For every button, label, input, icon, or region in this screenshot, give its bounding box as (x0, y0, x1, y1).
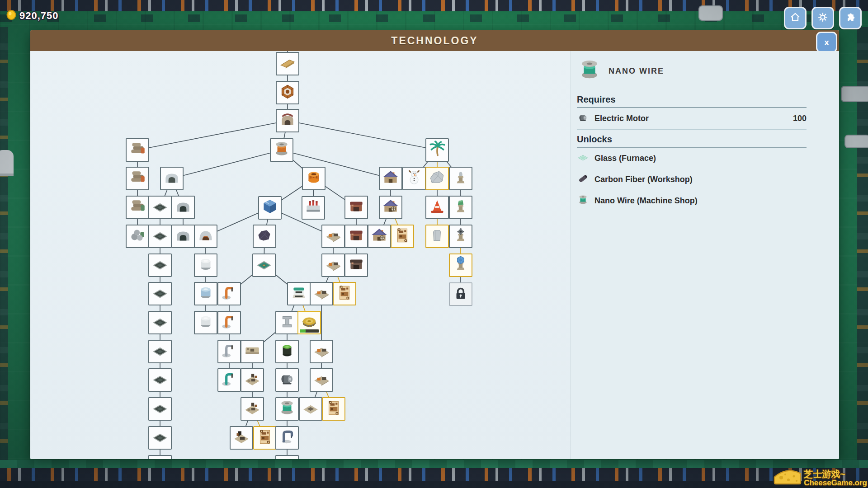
panel-sections: RequiresElectric Motor100UnlocksGlass (F… (577, 94, 839, 211)
tech-node-cyl1[interactable] (194, 253, 217, 277)
tech-node-plate4[interactable] (148, 282, 172, 305)
tech-node-snowman[interactable] (402, 167, 426, 190)
tech-node-dome[interactable] (194, 225, 217, 248)
tech-node-clip1[interactable] (148, 455, 172, 459)
tech-node-stGear[interactable] (449, 225, 472, 248)
tech-node-plM5[interactable] (310, 368, 333, 392)
tech-node-plM3[interactable] (310, 282, 333, 305)
tech-node-furnD[interactable] (344, 253, 368, 277)
home-button[interactable] (784, 7, 807, 29)
close-button[interactable]: x (816, 32, 837, 53)
coin-amount: 920,750 (19, 10, 59, 22)
tech-node-bench2[interactable] (241, 397, 264, 421)
crane_orange-icon (220, 283, 239, 304)
tech-node-clip2[interactable] (275, 455, 299, 459)
tech-node-cube[interactable] (258, 196, 282, 220)
tech-node-stD20[interactable] (449, 253, 472, 277)
logs_g-icon (128, 197, 147, 218)
nano-wire-icon (577, 57, 602, 84)
tech-node-plate8[interactable] (148, 397, 172, 421)
tech-node-wk1[interactable] (379, 167, 402, 190)
plate_dark-icon (151, 283, 170, 304)
tech-node-plate5[interactable] (148, 311, 172, 334)
tech-node-spoolT[interactable] (275, 397, 299, 421)
unlocks-row: Nano Wire (Machine Shop) (577, 190, 807, 211)
tech-node-plate7[interactable] (148, 368, 172, 392)
tech-node-circT[interactable] (252, 253, 276, 277)
settings-button[interactable] (811, 7, 834, 29)
research-progress-bar (300, 329, 319, 333)
tech-node-wk2[interactable] (379, 196, 402, 219)
pipe-right-2 (844, 135, 868, 148)
statue_plain-icon (451, 168, 470, 189)
tech-node-logs2[interactable] (126, 167, 149, 190)
tech-node-palm[interactable] (425, 138, 449, 162)
tech-node-bp3[interactable] (322, 397, 345, 421)
tech-node-plank[interactable] (276, 52, 299, 75)
tech-node-plate3[interactable] (148, 253, 172, 277)
tech-node-plate2[interactable] (148, 225, 172, 248)
tech-node-motor[interactable] (275, 368, 299, 392)
tech-node-lock[interactable] (449, 282, 472, 306)
tech-node-comp[interactable] (287, 282, 311, 305)
tech-node-hut[interactable] (160, 167, 184, 190)
tech-node-wk3[interactable] (368, 225, 391, 248)
watermark-url: CheeseGame.org (804, 479, 867, 487)
tech-node-logs3[interactable] (126, 196, 149, 219)
modal-title: TECHNOLOGY (391, 35, 478, 47)
tech-node-kiln[interactable] (276, 109, 299, 132)
tech-node-logs1[interactable] (126, 138, 149, 162)
tech-node-boulder[interactable] (425, 167, 449, 190)
tech-node-bench3[interactable] (230, 426, 253, 450)
plate_mach-icon (324, 255, 343, 276)
tech-node-plate9[interactable] (148, 426, 172, 450)
tech-node-sewing[interactable] (275, 426, 299, 450)
home-icon (788, 10, 802, 26)
tech-node-coil[interactable] (302, 167, 326, 190)
tech-node-spoolC[interactable] (270, 138, 293, 162)
tech-node-plM1[interactable] (321, 225, 345, 248)
tech-node-batt[interactable] (275, 340, 299, 363)
technology-tree[interactable] (30, 51, 571, 459)
tech-node-frame[interactable] (276, 81, 299, 104)
tech-node-coal[interactable] (253, 225, 276, 248)
tech-node-furnR1[interactable] (344, 196, 368, 219)
tech-node-stones[interactable] (126, 225, 149, 248)
tech-node-bp4[interactable] (253, 426, 277, 450)
tech-node-dhut1[interactable] (171, 196, 195, 219)
cube-icon (260, 197, 279, 218)
section-heading-requires: Requires (577, 94, 807, 108)
tech-node-plate6[interactable] (148, 340, 172, 363)
tech-node-crane4[interactable] (217, 368, 241, 392)
tech-node-factory[interactable] (302, 196, 325, 220)
tech-node-crane1[interactable] (217, 282, 241, 305)
tech-node-crane2[interactable] (217, 311, 241, 334)
computer-icon (289, 283, 308, 304)
tech-node-st1[interactable] (449, 167, 472, 190)
tech-node-plM2[interactable] (321, 253, 345, 277)
tech-node-stG[interactable] (449, 196, 472, 219)
tech-node-sel[interactable] (297, 311, 321, 334)
tech-node-monolith[interactable] (425, 225, 449, 248)
tech-node-dhut2[interactable] (171, 225, 195, 248)
tech-node-cone[interactable] (425, 196, 449, 219)
extras-button[interactable] (839, 7, 862, 29)
tech-node-plate1[interactable] (148, 196, 172, 219)
unlocks-row: Glass (Furnace) (577, 148, 807, 169)
conveyor-strip-top (0, 0, 868, 11)
tech-node-bp2[interactable] (333, 282, 356, 305)
cyl_blue-icon (196, 283, 215, 304)
tech-node-bp1[interactable] (391, 225, 414, 248)
tech-node-plFlat[interactable] (299, 397, 322, 421)
tech-node-bench1[interactable] (241, 368, 264, 392)
furnace_red-icon (347, 197, 366, 218)
tech-node-crane3[interactable] (217, 340, 241, 363)
tech-node-cyl3[interactable] (194, 311, 217, 334)
tech-node-cyl2[interactable] (194, 282, 217, 305)
tech-node-furnR2[interactable] (344, 225, 368, 248)
tech-node-plM4[interactable] (310, 340, 333, 363)
tech-node-boxM[interactable] (241, 340, 264, 363)
tech-node-beam[interactable] (275, 311, 299, 334)
panel-header: NANO WIRE (577, 57, 839, 84)
frame-icon (278, 82, 297, 103)
